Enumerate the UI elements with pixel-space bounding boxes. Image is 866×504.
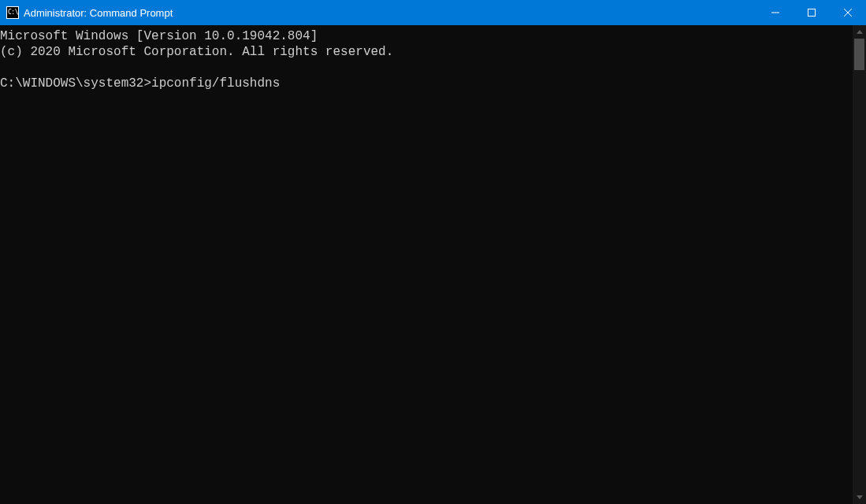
output-line: Microsoft Windows [Version 10.0.19042.80… — [0, 29, 318, 43]
typed-command: ipconfig/flushdns — [151, 76, 280, 91]
window-client-area: Microsoft Windows [Version 10.0.19042.80… — [0, 25, 866, 504]
scroll-up-arrow-icon[interactable] — [853, 25, 866, 39]
output-line: (c) 2020 Microsoft Corporation. All righ… — [0, 45, 393, 59]
close-button[interactable] — [830, 0, 866, 25]
scroll-down-arrow-icon[interactable] — [853, 491, 866, 504]
title-bar[interactable]: C:\ Administrator: Command Prompt — [0, 0, 866, 25]
maximize-button[interactable] — [794, 0, 830, 25]
minimize-button[interactable] — [757, 0, 794, 25]
terminal-output[interactable]: Microsoft Windows [Version 10.0.19042.80… — [0, 25, 853, 504]
vertical-scrollbar[interactable] — [853, 25, 866, 504]
command-prompt-window: C:\ Administrator: Command Prompt Micros… — [0, 0, 866, 504]
prompt-line: C:\WINDOWS\system32>ipconfig/flushdns — [0, 76, 280, 91]
window-title: Administrator: Command Prompt — [24, 7, 173, 19]
cmd-icon: C:\ — [6, 6, 19, 19]
scroll-thumb[interactable] — [854, 39, 864, 70]
scroll-track[interactable] — [853, 39, 866, 491]
prompt-path: C:\WINDOWS\system32> — [0, 76, 151, 91]
svg-rect-0 — [808, 9, 816, 17]
